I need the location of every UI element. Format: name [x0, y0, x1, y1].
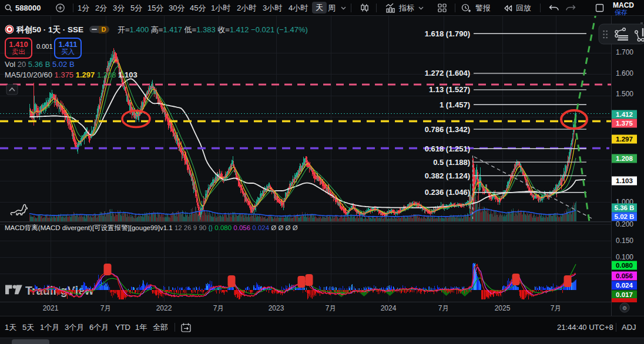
- svg-text:0.382 (1.124): 0.382 (1.124): [425, 171, 470, 180]
- svg-text:0.017: 0.017: [616, 291, 633, 298]
- svg-text:1.618 (1.790): 1.618 (1.790): [425, 29, 470, 38]
- svg-text:1 (1.457): 1 (1.457): [440, 100, 470, 109]
- svg-text:1.375: 1.375: [616, 120, 633, 127]
- svg-text:1.13 (1.527): 1.13 (1.527): [429, 85, 470, 94]
- svg-text:1.103: 1.103: [616, 177, 633, 184]
- svg-text:2025: 2025: [495, 304, 511, 312]
- svg-text:0.024: 0.024: [616, 282, 633, 289]
- svg-text:⚙: ⚙: [622, 305, 627, 311]
- svg-text:0.5 (1.188): 0.5 (1.188): [433, 158, 470, 167]
- svg-text:7月: 7月: [326, 304, 337, 312]
- svg-text:0.236 (1.046): 0.236 (1.046): [425, 188, 470, 197]
- svg-text:7月: 7月: [213, 304, 224, 312]
- svg-text:7月: 7月: [438, 304, 450, 312]
- svg-text:7月: 7月: [100, 304, 112, 312]
- svg-text:1.700: 1.700: [616, 48, 633, 56]
- svg-text:0.786 (1.342): 0.786 (1.342): [425, 125, 470, 134]
- svg-text:2021: 2021: [43, 304, 59, 312]
- svg-text:0.080: 0.080: [616, 262, 633, 269]
- svg-text:0.150: 0.150: [616, 237, 633, 245]
- svg-text:2023: 2023: [269, 304, 284, 312]
- svg-text:0.618 (1.251): 0.618 (1.251): [425, 144, 470, 153]
- svg-text:1.412: 1.412: [616, 111, 633, 118]
- svg-text:1.600: 1.600: [616, 69, 633, 77]
- svg-text:0.100: 0.100: [616, 253, 633, 261]
- svg-text:2022: 2022: [156, 304, 172, 312]
- svg-text:5.36 B: 5.36 B: [615, 204, 635, 211]
- svg-text:7月: 7月: [551, 304, 562, 312]
- svg-text:5.02 B: 5.02 B: [615, 213, 635, 220]
- svg-text:1.297: 1.297: [616, 136, 633, 143]
- svg-text:1.272 (1.604): 1.272 (1.604): [425, 69, 470, 77]
- svg-text:0.200: 0.200: [616, 220, 633, 228]
- svg-text:1.208: 1.208: [616, 155, 633, 162]
- svg-text:2024: 2024: [381, 304, 397, 312]
- svg-text:1.500: 1.500: [616, 90, 633, 98]
- svg-text:0.056: 0.056: [616, 272, 633, 279]
